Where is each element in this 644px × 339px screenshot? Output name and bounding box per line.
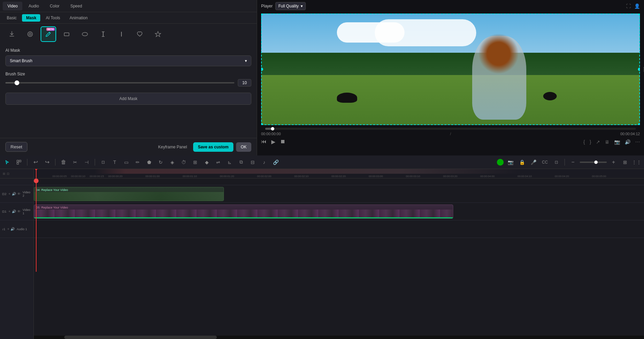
audio-tool[interactable]: ♪ bbox=[259, 158, 269, 167]
grid-button[interactable]: ⊞ bbox=[620, 158, 630, 167]
keyframe-panel-button[interactable]: Keyframe Panel bbox=[155, 143, 190, 151]
volume-icon[interactable]: 🔊 bbox=[625, 139, 630, 145]
bracket-right-icon[interactable]: } bbox=[590, 139, 591, 145]
subtab-ai-tools[interactable]: AI Tools bbox=[42, 14, 64, 22]
current-time: 00:00:00:00 bbox=[261, 132, 281, 136]
video2-clip-label: 04: Replace Your Video bbox=[36, 188, 68, 192]
split-tool[interactable]: ⊞ bbox=[190, 158, 200, 167]
trim-button[interactable]: ⊣ bbox=[82, 158, 91, 167]
subtab-mask[interactable]: Mask bbox=[22, 14, 40, 22]
mask-tool-ellipse[interactable] bbox=[77, 26, 93, 42]
video1-eye-icon[interactable]: 👁 bbox=[17, 210, 21, 213]
scrollbar-thumb[interactable] bbox=[64, 336, 217, 339]
subtab-basic[interactable]: Basic bbox=[3, 14, 21, 22]
tick-15: 00:00:04:10 bbox=[518, 175, 532, 178]
cursor-tool[interactable] bbox=[3, 158, 12, 167]
fullscreen-icon[interactable]: ⛶ bbox=[626, 3, 631, 9]
mask-tool-pen[interactable]: BETA bbox=[41, 26, 56, 42]
mask-tool-rectangle[interactable] bbox=[59, 26, 74, 42]
timeline-tracks[interactable]: 00:00:00:05 00:00:00:10 00:00:00:15 00:0… bbox=[34, 169, 644, 339]
tab-color[interactable]: Color bbox=[45, 2, 64, 10]
ai-mask-dropdown[interactable]: Smart Brush ▾ bbox=[5, 55, 251, 66]
video2-eye-icon[interactable]: 👁 bbox=[17, 192, 21, 196]
video2-mute-icon[interactable]: 🔊 bbox=[12, 192, 16, 196]
mask-tool-line2[interactable] bbox=[114, 26, 129, 42]
save-as-custom-button[interactable]: Save as custom bbox=[193, 142, 233, 152]
text-tool[interactable]: T bbox=[110, 158, 119, 167]
tab-video[interactable]: Video bbox=[3, 2, 22, 10]
mask-tool-star[interactable] bbox=[150, 26, 166, 42]
record-button[interactable] bbox=[497, 159, 504, 166]
rect-tool[interactable]: ▭ bbox=[121, 158, 131, 167]
zoom-out-button[interactable]: − bbox=[568, 158, 578, 167]
playhead-circle[interactable] bbox=[34, 178, 39, 183]
play-icon[interactable]: ▶ bbox=[271, 139, 275, 145]
send-icon[interactable]: ↗ bbox=[596, 139, 600, 145]
monitor-icon[interactable]: 🖥 bbox=[605, 139, 610, 145]
shape-tool[interactable]: ⬟ bbox=[144, 158, 154, 167]
effect-tool[interactable]: ◈ bbox=[167, 158, 177, 167]
more-icon[interactable]: ⋯ bbox=[635, 139, 640, 145]
svg-point-0 bbox=[28, 32, 32, 37]
audio1-add-icon[interactable]: + bbox=[7, 227, 9, 231]
undo-button[interactable]: ↩ bbox=[31, 158, 40, 167]
mic-button[interactable]: 🎤 bbox=[529, 158, 538, 167]
video2-clip[interactable]: 04: Replace Your Video bbox=[34, 187, 224, 201]
subtab-animation[interactable]: Animation bbox=[66, 14, 92, 22]
video1-clip[interactable]: 05: Replace Your Video bbox=[34, 204, 453, 219]
lock-button[interactable]: 🔒 bbox=[517, 158, 527, 167]
redo-button[interactable]: ↪ bbox=[42, 158, 52, 167]
progress-area bbox=[257, 126, 644, 131]
keyframe-tool[interactable]: ◆ bbox=[202, 158, 211, 167]
video1-mute-icon[interactable]: 🔊 bbox=[12, 210, 16, 213]
zoom-in-button[interactable]: + bbox=[609, 158, 618, 167]
select-tool[interactable]: ⊡ bbox=[98, 158, 108, 167]
quality-dropdown[interactable]: Full Quality ▾ bbox=[275, 2, 306, 10]
delete-button[interactable]: 🗑 bbox=[59, 158, 68, 167]
corner-handle-br[interactable] bbox=[638, 123, 640, 125]
rotate-tool[interactable]: ↻ bbox=[156, 158, 165, 167]
camera-button[interactable]: 📷 bbox=[506, 158, 515, 167]
slider-thumb[interactable] bbox=[15, 80, 19, 85]
bracket-left-icon[interactable]: { bbox=[583, 139, 585, 145]
motion-tool[interactable]: ⇌ bbox=[213, 158, 223, 167]
speed-tool[interactable]: ⏱ bbox=[179, 158, 188, 167]
multi-select-tool[interactable] bbox=[14, 158, 24, 167]
stop-icon[interactable]: ⏹ bbox=[280, 139, 285, 145]
mask-tool-heart[interactable] bbox=[132, 26, 147, 42]
freehand-tool[interactable]: ✏ bbox=[133, 158, 142, 167]
player-header: Player Full Quality ▾ ⛶ 👤 bbox=[257, 0, 644, 12]
video1-add-icon[interactable]: + bbox=[8, 210, 10, 213]
tab-audio[interactable]: Audio bbox=[24, 2, 44, 10]
link-tool[interactable]: 🔗 bbox=[271, 158, 280, 167]
brush-size-value[interactable]: 10 bbox=[238, 79, 251, 87]
mask-tool-line1[interactable] bbox=[95, 26, 111, 42]
ok-button[interactable]: OK bbox=[236, 142, 251, 152]
svg-point-1 bbox=[29, 33, 31, 35]
dog-right bbox=[543, 92, 557, 100]
step-back-icon[interactable]: ⏮ bbox=[261, 139, 267, 145]
more-options-button[interactable]: ⋮⋮ bbox=[632, 158, 641, 167]
tab-speed[interactable]: Speed bbox=[66, 2, 87, 10]
video2-add-icon[interactable]: + bbox=[8, 192, 10, 196]
overlay-tool[interactable]: ⧉ bbox=[236, 158, 246, 167]
track-tool[interactable]: ⊟ bbox=[248, 158, 257, 167]
left-controls: ⏮ ▶ ⏹ bbox=[261, 139, 285, 145]
sub-button[interactable]: ⊡ bbox=[552, 158, 561, 167]
progress-bar[interactable] bbox=[265, 128, 636, 130]
screenshot-icon[interactable]: 📷 bbox=[614, 139, 620, 145]
filter-tool[interactable]: ⊾ bbox=[225, 158, 234, 167]
mask-tool-circle[interactable] bbox=[22, 26, 38, 42]
scissors-button[interactable]: ✂ bbox=[70, 158, 80, 167]
add-mask-button[interactable]: Add Mask bbox=[5, 93, 251, 105]
handle-mr[interactable] bbox=[638, 68, 640, 71]
timeline-scrollbar[interactable] bbox=[34, 336, 644, 339]
mask-tool-download[interactable] bbox=[4, 26, 20, 42]
progress-thumb[interactable] bbox=[271, 127, 274, 130]
audio1-mute-icon[interactable]: 🔊 bbox=[10, 227, 15, 231]
timeline-zoom-slider[interactable] bbox=[580, 162, 607, 163]
reset-button[interactable]: Reset bbox=[5, 142, 27, 152]
caption-button[interactable]: CC bbox=[540, 158, 550, 167]
brush-size-slider[interactable] bbox=[5, 82, 234, 83]
settings-icon[interactable]: 👤 bbox=[634, 3, 640, 9]
